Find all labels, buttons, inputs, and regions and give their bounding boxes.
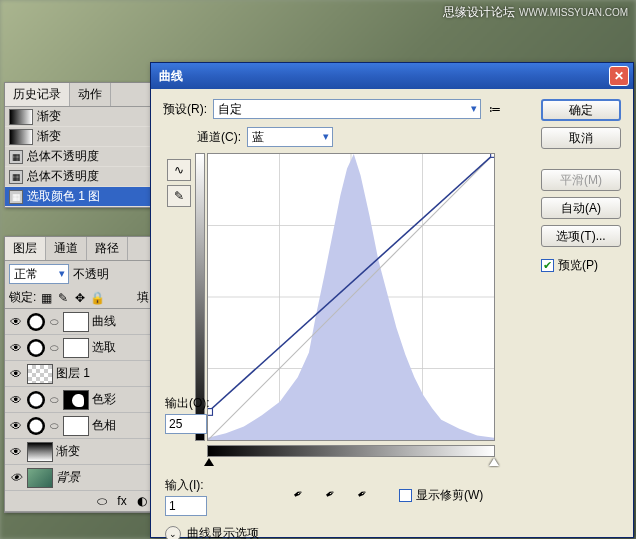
link-icon: ⬭ bbox=[48, 420, 60, 432]
input-label: 输入(I): bbox=[165, 477, 207, 494]
mask-icon[interactable]: ◐ bbox=[135, 494, 149, 508]
auto-button[interactable]: 自动(A) bbox=[541, 197, 621, 219]
tab-actions[interactable]: 动作 bbox=[70, 83, 111, 106]
dialog-title: 曲线 bbox=[159, 68, 183, 85]
layer-label: 选取 bbox=[92, 339, 116, 356]
white-point-slider[interactable] bbox=[489, 458, 499, 466]
visibility-icon[interactable]: 👁 bbox=[8, 392, 24, 408]
layer-thumb bbox=[63, 390, 89, 410]
lock-all-icon[interactable]: 🔒 bbox=[90, 291, 104, 305]
layers-panel: 图层 通道 路径 正常 不透明 锁定: ▦ ✎ ✥ 🔒 填 👁⬭曲线👁⬭选取👁图… bbox=[4, 236, 154, 513]
tab-history[interactable]: 历史记录 bbox=[5, 83, 70, 106]
options-button[interactable]: 选项(T)... bbox=[541, 225, 621, 247]
watermark-text: 思缘设计论坛 bbox=[443, 5, 515, 19]
visibility-icon[interactable]: 👁 bbox=[8, 444, 24, 460]
curve-point-tool[interactable]: ∿ bbox=[167, 159, 191, 181]
output-input[interactable] bbox=[165, 414, 207, 434]
lock-trans-icon[interactable]: ▦ bbox=[39, 291, 53, 305]
blend-mode-select[interactable]: 正常 bbox=[9, 264, 69, 284]
layer-label: 图层 1 bbox=[56, 365, 90, 382]
visibility-icon[interactable]: 👁 bbox=[8, 314, 24, 330]
history-item[interactable]: ▦总体不透明度 bbox=[5, 147, 153, 167]
input-input[interactable] bbox=[165, 496, 207, 516]
fill-label: 填 bbox=[137, 289, 149, 306]
watermark-url: WWW.MISSYUAN.COM bbox=[519, 7, 628, 18]
output-label: 输出(O): bbox=[165, 395, 210, 412]
adjustment-icon bbox=[27, 313, 45, 331]
layer-thumb bbox=[27, 442, 53, 462]
visibility-icon[interactable]: 👁 bbox=[8, 418, 24, 434]
link-icon: ⬭ bbox=[48, 394, 60, 406]
titlebar[interactable]: 曲线 ✕ bbox=[151, 63, 633, 89]
preset-label: 预设(R): bbox=[163, 101, 207, 118]
layer-thumb bbox=[63, 338, 89, 358]
history-item[interactable]: 渐变 bbox=[5, 107, 153, 127]
history-item[interactable]: 渐变 bbox=[5, 127, 153, 147]
tab-channels[interactable]: 通道 bbox=[46, 237, 87, 260]
tab-paths[interactable]: 路径 bbox=[87, 237, 128, 260]
history-panel: 历史记录 动作 渐变 渐变 ▦总体不透明度 ▦总体不透明度 ▦选取颜色 1 图 bbox=[4, 82, 154, 208]
curves-dialog: 曲线 ✕ 预设(R): 自定 ≔ 通道(C): 蓝 ∿ ✎ 输出(O): 输入 bbox=[150, 62, 634, 538]
cancel-button[interactable]: 取消 bbox=[541, 127, 621, 149]
lock-move-icon[interactable]: ✥ bbox=[73, 291, 87, 305]
adjustment-icon bbox=[27, 417, 45, 435]
preset-menu-icon[interactable]: ≔ bbox=[487, 101, 503, 117]
layer-label: 渐变 bbox=[56, 443, 80, 460]
adjustment-icon bbox=[27, 339, 45, 357]
channel-label: 通道(C): bbox=[197, 129, 241, 146]
channel-select[interactable]: 蓝 bbox=[247, 127, 333, 147]
layer-item[interactable]: 👁背景 bbox=[5, 465, 153, 491]
curve-graph[interactable] bbox=[207, 153, 495, 441]
layer-item[interactable]: 👁⬭选取 bbox=[5, 335, 153, 361]
input-gradient bbox=[207, 445, 495, 457]
opacity-label: 不透明 bbox=[73, 266, 109, 283]
lock-label: 锁定: bbox=[9, 289, 36, 306]
link-icon: ⬭ bbox=[48, 342, 60, 354]
show-clipping-checkbox[interactable] bbox=[399, 489, 412, 502]
visibility-icon[interactable]: 👁 bbox=[8, 340, 24, 356]
layer-item[interactable]: 👁⬭色相 bbox=[5, 413, 153, 439]
history-item[interactable]: ▦总体不透明度 bbox=[5, 167, 153, 187]
history-item-selected[interactable]: ▦选取颜色 1 图 bbox=[5, 187, 153, 207]
layer-item[interactable]: 👁图层 1 bbox=[5, 361, 153, 387]
curve-pencil-tool[interactable]: ✎ bbox=[167, 185, 191, 207]
layer-item[interactable]: 👁⬭色彩 bbox=[5, 387, 153, 413]
show-clipping-label: 显示修剪(W) bbox=[416, 487, 483, 504]
visibility-icon[interactable]: 👁 bbox=[8, 470, 24, 486]
lock-brush-icon[interactable]: ✎ bbox=[56, 291, 70, 305]
disclosure-button[interactable]: ⌄ bbox=[165, 526, 181, 540]
link-icon: ⬭ bbox=[48, 316, 60, 328]
preview-label: 预览(P) bbox=[558, 257, 598, 274]
preset-select[interactable]: 自定 bbox=[213, 99, 481, 119]
layer-thumb bbox=[63, 416, 89, 436]
smooth-button[interactable]: 平滑(M) bbox=[541, 169, 621, 191]
layer-thumb bbox=[63, 312, 89, 332]
preview-checkbox[interactable]: ✔ bbox=[541, 259, 554, 272]
eyedropper-black-icon[interactable]: ✒ bbox=[286, 482, 311, 507]
adjustment-icon bbox=[27, 391, 45, 409]
watermark: 思缘设计论坛 WWW.MISSYUAN.COM bbox=[443, 4, 628, 21]
fx-icon[interactable]: fx bbox=[115, 494, 129, 508]
visibility-icon[interactable]: 👁 bbox=[8, 366, 24, 382]
eyedropper-white-icon[interactable]: ✒ bbox=[350, 482, 375, 507]
ok-button[interactable]: 确定 bbox=[541, 99, 621, 121]
layer-thumb bbox=[27, 468, 53, 488]
black-point-slider[interactable] bbox=[204, 458, 214, 466]
layer-label: 色彩 bbox=[92, 391, 116, 408]
layer-item[interactable]: 👁⬭曲线 bbox=[5, 309, 153, 335]
layer-label: 色相 bbox=[92, 417, 116, 434]
tab-layers[interactable]: 图层 bbox=[5, 237, 46, 260]
close-button[interactable]: ✕ bbox=[609, 66, 629, 86]
layer-label: 曲线 bbox=[92, 313, 116, 330]
layer-thumb bbox=[27, 364, 53, 384]
eyedropper-gray-icon[interactable]: ✒ bbox=[318, 482, 343, 507]
layer-item[interactable]: 👁渐变 bbox=[5, 439, 153, 465]
svg-rect-9 bbox=[491, 154, 494, 157]
link-icon[interactable]: ⬭ bbox=[95, 494, 109, 508]
disclosure-label: 曲线显示选项 bbox=[187, 525, 259, 539]
layer-label: 背景 bbox=[56, 469, 80, 486]
